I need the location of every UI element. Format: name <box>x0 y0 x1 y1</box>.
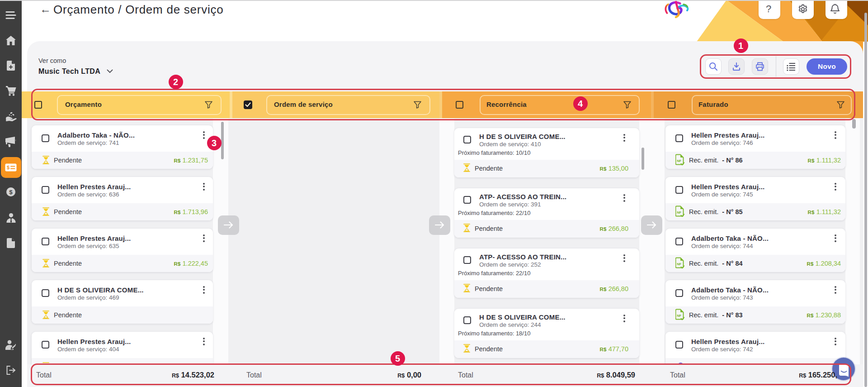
svg-text:NF: NF <box>677 159 681 163</box>
svg-text:NF: NF <box>677 210 681 215</box>
svg-text:NF: NF <box>677 314 681 318</box>
svg-text:NF: NF <box>677 262 681 266</box>
svg-text:$: $ <box>9 189 13 196</box>
svg-text:$: $ <box>7 165 9 170</box>
